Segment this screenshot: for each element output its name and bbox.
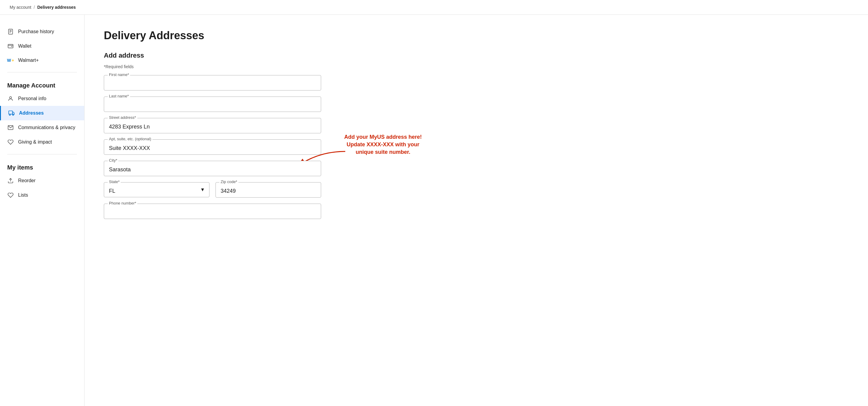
- sidebar-item-label: Lists: [18, 193, 28, 198]
- sidebar-manage-account-section: Manage Account Personal info: [0, 77, 84, 149]
- wallet-icon: [7, 43, 14, 49]
- svg-rect-7: [9, 111, 12, 114]
- phone-label: Phone number*: [108, 201, 137, 205]
- reorder-icon: [7, 178, 14, 184]
- last-name-group: Last name*: [104, 97, 321, 112]
- sidebar-my-items-title: My items: [0, 159, 84, 173]
- svg-point-8: [9, 114, 10, 115]
- callout-text: Add your MyUS address here! Update XXXX-…: [342, 133, 424, 156]
- state-select[interactable]: FL AL AK AZ CA CO GA NY TX: [104, 182, 209, 197]
- zip-group: Zip code*: [216, 182, 321, 198]
- breadcrumb: My account / Delivery addresses: [0, 0, 868, 15]
- breadcrumb-parent-link[interactable]: My account: [10, 5, 31, 10]
- phone-field: Phone number*: [104, 204, 321, 219]
- zip-label: Zip code*: [219, 179, 239, 184]
- street-address-input[interactable]: [104, 118, 321, 133]
- sidebar-item-addresses[interactable]: Addresses: [0, 106, 84, 120]
- sidebar-item-label: Purchase history: [18, 29, 54, 34]
- sidebar: Purchase history Wallet W+: [0, 15, 85, 406]
- sidebar-manage-account-title: Manage Account: [0, 77, 84, 91]
- sidebar-item-walmart-plus[interactable]: W+ Walmart+: [0, 54, 84, 67]
- svg-point-9: [12, 114, 13, 115]
- phone-input[interactable]: [104, 204, 321, 219]
- state-field: State* FL AL AK AZ CA CO GA NY TX: [104, 182, 210, 197]
- envelope-icon: [7, 125, 14, 131]
- address-form: First name* Last name* Street address*: [104, 75, 321, 219]
- add-address-title: Add address: [104, 52, 337, 60]
- sidebar-divider: [7, 72, 77, 72]
- last-name-input[interactable]: [104, 97, 321, 112]
- first-name-group: First name*: [104, 75, 321, 91]
- apt-suite-label: Apt, suite, etc. (optional): [108, 137, 152, 141]
- city-label: City*: [108, 158, 118, 163]
- sidebar-item-lists[interactable]: Lists: [0, 188, 84, 202]
- zip-input[interactable]: [216, 182, 321, 197]
- sidebar-item-label: Wallet: [18, 43, 31, 49]
- walmart-plus-icon: W+: [7, 58, 14, 63]
- city-input[interactable]: [104, 161, 321, 176]
- state-group: State* FL AL AK AZ CA CO GA NY TX: [104, 182, 210, 198]
- sidebar-item-label: Giving & impact: [18, 139, 52, 145]
- required-fields-note: *Required fields: [104, 64, 337, 69]
- sidebar-item-label: Communications & privacy: [18, 125, 75, 130]
- receipt-icon: [7, 29, 14, 35]
- page-wrapper: My account / Delivery addresses: [0, 0, 868, 406]
- heart-lists-icon: [7, 192, 14, 198]
- sidebar-top-section: Purchase history Wallet W+: [0, 25, 84, 67]
- sidebar-item-purchase-history[interactable]: Purchase history: [0, 25, 84, 39]
- sidebar-item-reorder[interactable]: Reorder: [0, 173, 84, 188]
- sidebar-item-giving-impact[interactable]: Giving & impact: [0, 135, 84, 149]
- main-layout: Purchase history Wallet W+: [0, 15, 868, 406]
- sidebar-item-label: Personal info: [18, 96, 46, 101]
- sidebar-item-label: Walmart+: [18, 58, 39, 63]
- breadcrumb-separator: /: [34, 5, 35, 10]
- state-zip-row: State* FL AL AK AZ CA CO GA NY TX: [104, 182, 321, 204]
- first-name-input[interactable]: [104, 75, 321, 90]
- last-name-field: Last name*: [104, 97, 321, 112]
- sidebar-item-communications[interactable]: Communications & privacy: [0, 120, 84, 135]
- first-name-field: First name*: [104, 75, 321, 91]
- street-address-group: Street address*: [104, 118, 321, 133]
- breadcrumb-current: Delivery addresses: [37, 5, 76, 10]
- last-name-label: Last name*: [108, 94, 130, 98]
- callout-annotation: Add your MyUS address here! Update XXXX-…: [342, 133, 424, 156]
- street-address-label: Street address*: [108, 115, 137, 120]
- apt-suite-group: Apt, suite, etc. (optional) Add your MyU…: [104, 139, 321, 155]
- sidebar-my-items-section: My items Reorder: [0, 159, 84, 202]
- state-label: State*: [108, 179, 121, 184]
- sidebar-item-label: Addresses: [19, 110, 44, 116]
- svg-point-6: [10, 97, 12, 99]
- svg-rect-4: [8, 44, 13, 48]
- sidebar-item-wallet[interactable]: Wallet: [0, 39, 84, 54]
- city-field: City*: [104, 161, 321, 176]
- main-content: Delivery Addresses Add address *Required…: [85, 15, 356, 406]
- street-address-field: Street address*: [104, 118, 321, 133]
- first-name-label: First name*: [108, 72, 130, 77]
- sidebar-item-personal-info[interactable]: Personal info: [0, 91, 84, 106]
- sidebar-divider-2: [7, 154, 77, 155]
- person-icon: [7, 96, 14, 102]
- sidebar-item-label: Reorder: [18, 178, 36, 183]
- zip-field: Zip code*: [216, 182, 321, 198]
- phone-group: Phone number*: [104, 204, 321, 219]
- heart-outline-icon: [7, 139, 14, 145]
- truck-icon: [8, 110, 15, 116]
- city-group: City*: [104, 161, 321, 176]
- page-title: Delivery Addresses: [104, 29, 337, 42]
